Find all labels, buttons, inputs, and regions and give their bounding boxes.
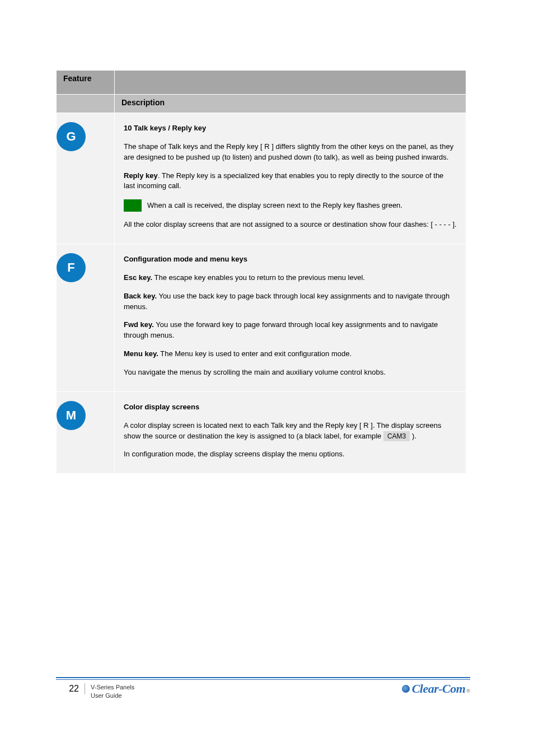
- doc-title-block: V-Series Panels User Guide: [85, 683, 134, 700]
- feature-para: A color display screen is located next t…: [124, 421, 457, 442]
- footer-rule-bottom: [56, 679, 470, 680]
- brand-logo-text: Clear-Com: [412, 682, 466, 696]
- footer-rule-top: [56, 677, 470, 678]
- feature-para: In configuration mode, the display scree…: [124, 449, 457, 460]
- page-footer: 22 V-Series Panels User Guide Clear-Com …: [56, 677, 470, 700]
- brand-logo-icon: [402, 685, 410, 693]
- feature-key-letter: G: [66, 129, 76, 144]
- table-row: G 10 Talk keys / Reply key The shape of …: [57, 113, 466, 244]
- feature-para: Reply key. The Reply key is a specialize…: [124, 171, 457, 192]
- feature-key-badge: M: [57, 401, 86, 430]
- feature-description-cell: 10 Talk keys / Reply key The shape of Ta…: [115, 113, 466, 244]
- led-indicator-row: When a call is received, the display scr…: [124, 199, 457, 212]
- list-item: Fwd key. You use the forward key to page…: [124, 320, 457, 341]
- led-description: When a call is received, the display scr…: [147, 200, 402, 211]
- display-label-example: CAM3: [383, 431, 410, 441]
- feature-description-table: Feature Description G 10 Talk keys / Rep…: [56, 70, 466, 474]
- list-item: Esc key. The escape key enables you to r…: [124, 273, 457, 283]
- column-subheader-blank: [57, 95, 115, 113]
- feature-key-badge: G: [57, 122, 86, 151]
- list-item: Menu key. The Menu key is used to enter …: [124, 349, 457, 360]
- column-header-feature: Feature: [57, 71, 115, 95]
- table-row: F Configuration mode and menu keys Esc k…: [57, 244, 466, 392]
- feature-item-list: Esc key. The escape key enables you to r…: [124, 273, 457, 360]
- list-item: Back key. You use the back key to page b…: [124, 291, 457, 312]
- page-number: 22: [56, 683, 85, 694]
- column-header-description-blank: [115, 71, 466, 95]
- feature-key-cell: M: [57, 391, 115, 473]
- feature-title: 10 Talk keys / Reply key: [124, 123, 457, 134]
- feature-para: You navigate the menus by scrolling the …: [124, 367, 457, 378]
- feature-key-cell: G: [57, 113, 115, 244]
- feature-key-cell: F: [57, 244, 115, 392]
- feature-key-letter: F: [67, 260, 74, 275]
- doc-title-line1: V-Series Panels: [91, 683, 134, 692]
- feature-para: All the color display screens that are n…: [124, 220, 457, 230]
- feature-para: The shape of Talk keys and the Reply key…: [124, 142, 457, 163]
- feature-title: Configuration mode and menu keys: [124, 254, 457, 265]
- led-swatch-icon: [124, 199, 142, 212]
- table-row: M Color display screens A color display …: [57, 391, 466, 473]
- feature-key-letter: M: [66, 408, 76, 423]
- registered-mark-icon: ®: [466, 688, 470, 694]
- feature-description-cell: Color display screens A color display sc…: [115, 391, 466, 473]
- brand-logo: Clear-Com ®: [402, 682, 470, 696]
- column-subheader-description: Description: [115, 95, 466, 113]
- feature-key-badge: F: [57, 253, 86, 282]
- feature-description-cell: Configuration mode and menu keys Esc key…: [115, 244, 466, 392]
- feature-title: Color display screens: [124, 402, 457, 413]
- doc-title-line2: User Guide: [91, 692, 134, 700]
